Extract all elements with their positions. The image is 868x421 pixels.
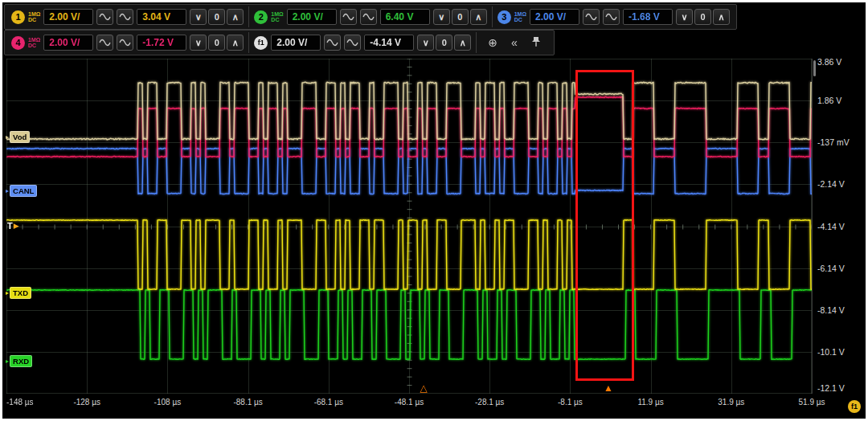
voltage-axis-label: -2.14 V bbox=[817, 179, 845, 189]
scale-value[interactable]: 2.00 V/ bbox=[530, 9, 579, 25]
channel-badge-f1[interactable]: f1 bbox=[254, 36, 268, 50]
offset-decrease-button[interactable]: ∨ bbox=[433, 9, 450, 25]
waveform-shape-icon[interactable] bbox=[583, 9, 600, 25]
channel-label-txd[interactable]: ▸TXD bbox=[6, 287, 31, 299]
channel-label-canl[interactable]: ▸CANL bbox=[6, 185, 37, 197]
offset-zero-button[interactable]: 0 bbox=[694, 9, 711, 25]
channel-label-text: CANL bbox=[10, 185, 37, 197]
offset-decrease-button[interactable]: ∨ bbox=[190, 9, 207, 25]
voltage-axis-label: -137 mV bbox=[817, 137, 850, 147]
voltage-axis-label: 3.86 V bbox=[817, 57, 841, 67]
offset-button-cluster: ∨0∧ bbox=[190, 9, 244, 25]
scale-value[interactable]: 2.00 V/ bbox=[271, 35, 321, 51]
add-channel-button[interactable]: ⊕ bbox=[483, 36, 502, 49]
time-axis-label: -68.1 µs bbox=[314, 398, 343, 407]
time-axis-label: -28.1 µs bbox=[475, 398, 504, 407]
offset-decrease-button[interactable]: ∨ bbox=[190, 35, 207, 51]
channel-badge-2[interactable]: 2 bbox=[254, 10, 268, 24]
waveform-shape-icon[interactable] bbox=[344, 35, 361, 51]
offset-increase-button[interactable]: ∧ bbox=[713, 9, 730, 25]
time-axis-label: 51.9 µs bbox=[798, 398, 825, 407]
channel-badge-1[interactable]: 1 bbox=[11, 10, 25, 24]
channel-group-4: 41MΩDC2.00 V/-1.72 V∨0∧ bbox=[6, 32, 248, 53]
channel-badge-4[interactable]: 4 bbox=[11, 36, 25, 50]
offset-increase-button[interactable]: ∧ bbox=[454, 35, 471, 51]
scrollbar-handle[interactable] bbox=[813, 60, 816, 76]
voltage-axis-label: -8.14 V bbox=[817, 305, 845, 315]
waveform-shape-icon[interactable] bbox=[324, 35, 341, 51]
channel-label-text: TXD bbox=[10, 287, 31, 299]
time-axis-label: 11.9 µs bbox=[637, 398, 663, 407]
chevron-down-icon: ∨ bbox=[682, 12, 688, 22]
offset-zero-button[interactable]: 0 bbox=[436, 35, 452, 51]
voltage-axis-label: 1.86 V bbox=[817, 96, 841, 105]
waveform-shape-icon[interactable] bbox=[340, 9, 357, 25]
offset-zero-button[interactable]: 0 bbox=[208, 35, 225, 51]
channel-label-text: Vod bbox=[10, 131, 30, 143]
offset-button-cluster: ∨0∧ bbox=[676, 9, 730, 25]
offset-zero-button[interactable]: 0 bbox=[452, 9, 469, 25]
offset-value[interactable]: -1.72 V bbox=[137, 35, 186, 51]
offset-increase-button[interactable]: ∧ bbox=[227, 9, 244, 25]
timebase-source-badge[interactable]: f1 bbox=[848, 400, 861, 413]
zero-icon: 0 bbox=[700, 12, 705, 22]
zero-icon: 0 bbox=[442, 38, 447, 47]
channel-group-1: 11MΩDC2.00 V/3.04 V∨0∧ bbox=[6, 6, 248, 27]
pin-button[interactable] bbox=[526, 35, 546, 50]
oscilloscope-screen: 11MΩDC2.00 V/3.04 V∨0∧21MΩDC2.00 V/6.40 … bbox=[0, 0, 868, 421]
offset-increase-button[interactable]: ∧ bbox=[227, 35, 244, 51]
trigger-level-marker[interactable]: T ▶ bbox=[7, 221, 19, 231]
offset-zero-button[interactable]: 0 bbox=[208, 9, 225, 25]
pin-icon bbox=[531, 37, 541, 50]
waveform-shape-icon[interactable] bbox=[96, 35, 113, 51]
offset-value[interactable]: -4.14 V bbox=[364, 35, 414, 51]
channel-position-icon: ▸ bbox=[6, 134, 9, 141]
time-axis-label: -108 µs bbox=[154, 398, 182, 407]
impedance-text: 1MΩ bbox=[28, 11, 40, 17]
voltage-axis-label: -6.14 V bbox=[817, 264, 845, 273]
voltage-axis-label: -10.1 V bbox=[817, 347, 845, 357]
time-axis-label: -48.1 µs bbox=[395, 398, 424, 407]
toolbar: 11MΩDC2.00 V/3.04 V∨0∧21MΩDC2.00 V/6.40 … bbox=[4, 4, 737, 55]
channel-label-text: RXD bbox=[10, 355, 32, 367]
coupling-text: DC bbox=[28, 17, 40, 22]
voltage-axis-label: -12.1 V bbox=[817, 383, 845, 393]
offset-value[interactable]: 6.40 V bbox=[380, 9, 430, 25]
offset-button-cluster: ∨0∧ bbox=[433, 9, 487, 25]
waveform-shape-icon[interactable] bbox=[117, 9, 133, 25]
channel-badge-3[interactable]: 3 bbox=[497, 10, 511, 24]
coupling-text: DC bbox=[28, 43, 40, 48]
offset-increase-button[interactable]: ∧ bbox=[470, 9, 487, 25]
toolbar-row-1: 11MΩDC2.00 V/3.04 V∨0∧21MΩDC2.00 V/6.40 … bbox=[4, 4, 737, 30]
scale-value[interactable]: 2.00 V/ bbox=[287, 9, 337, 25]
trigger-label: T bbox=[7, 221, 13, 231]
offset-decrease-button[interactable]: ∨ bbox=[417, 35, 434, 51]
channel-label-rxd[interactable]: ▸RXD bbox=[6, 355, 32, 367]
trigger-time-marker[interactable]: ▲ bbox=[604, 383, 613, 393]
offset-decrease-button[interactable]: ∨ bbox=[676, 9, 693, 25]
time-reference-marker[interactable]: △ bbox=[420, 383, 427, 393]
chevron-down-icon: ∨ bbox=[438, 12, 444, 22]
offset-value[interactable]: -1.68 V bbox=[623, 9, 673, 25]
waveform-shape-icon[interactable] bbox=[603, 9, 620, 25]
axis-divider bbox=[812, 59, 813, 394]
waveform-shape-icon[interactable] bbox=[360, 9, 377, 25]
offset-button-cluster: ∨0∧ bbox=[190, 35, 244, 51]
coupling-text: DC bbox=[514, 17, 526, 22]
channel-label-vod[interactable]: ▸Vod bbox=[6, 131, 30, 143]
scale-value[interactable]: 2.00 V/ bbox=[43, 35, 93, 51]
channel-position-icon: ▸ bbox=[6, 358, 9, 365]
coupling-label: 1MΩDC bbox=[271, 11, 283, 22]
coupling-label: 1MΩDC bbox=[28, 11, 40, 22]
toolbar-extras: ⊕« bbox=[476, 32, 552, 53]
collapse-toolbar-button[interactable]: « bbox=[506, 36, 522, 49]
channel-group-2: 21MΩDC2.00 V/6.40 V∨0∧ bbox=[248, 6, 491, 27]
offset-value[interactable]: 3.04 V bbox=[137, 9, 186, 25]
zero-icon: 0 bbox=[457, 12, 462, 22]
waveform-shape-icon[interactable] bbox=[96, 9, 113, 25]
waveform-shape-icon[interactable] bbox=[117, 35, 133, 51]
time-axis-label: -128 µs bbox=[73, 398, 100, 407]
toolbar-row-2: 41MΩDC2.00 V/-1.72 V∨0∧f12.00 V/-4.14 V∨… bbox=[4, 30, 555, 55]
waveform-display[interactable] bbox=[6, 59, 812, 394]
scale-value[interactable]: 2.00 V/ bbox=[43, 9, 93, 25]
